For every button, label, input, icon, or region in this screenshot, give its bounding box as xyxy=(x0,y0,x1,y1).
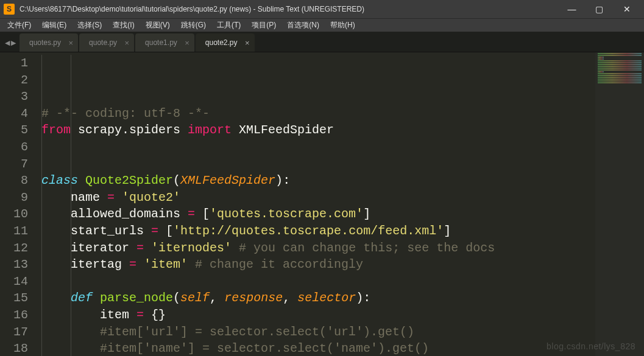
minimap-line xyxy=(598,73,642,74)
window-title: C:\Users\86177\Desktop\demo\tutorial\tut… xyxy=(19,5,364,13)
minimap-line xyxy=(598,77,642,78)
menu-file[interactable]: 文件(F) xyxy=(2,19,36,32)
menu-bar: 文件(F) 编辑(E) 选择(S) 查找(I) 视图(V) 跳转(G) 工具(T… xyxy=(0,18,644,32)
code-text: ( xyxy=(173,291,180,305)
app-icon: S xyxy=(4,4,15,15)
line-number: 17 xyxy=(0,324,28,341)
menu-find[interactable]: 查找(I) xyxy=(108,19,139,32)
code-text: XMLFeedSpider xyxy=(180,173,275,187)
code-text: 'iternodes' xyxy=(151,241,232,255)
menu-select[interactable]: 选择(S) xyxy=(73,19,107,32)
tab-close-icon[interactable]: × xyxy=(245,38,250,47)
minimap-line xyxy=(598,53,642,54)
code-text: parse_node xyxy=(100,291,173,305)
tab-quotes-py[interactable]: quotes.py × xyxy=(19,33,78,52)
code-text xyxy=(115,190,122,204)
tab-nav: ◀ ▶ xyxy=(2,37,19,52)
line-number: 18 xyxy=(0,340,28,356)
code-text: scrapy.spiders xyxy=(71,123,188,137)
code-text: # change it accordingly xyxy=(188,257,363,271)
code-text: 'http://quotes.toscrape.com/feed.xml' xyxy=(173,224,444,238)
line-number: 1 xyxy=(0,55,28,72)
minimap-line xyxy=(598,57,604,58)
menu-tools[interactable]: 工具(T) xyxy=(212,19,246,32)
menu-view[interactable]: 视图(V) xyxy=(141,19,175,32)
minimap-line xyxy=(598,82,642,83)
code-text: #item['url'] = selector.select('url').ge… xyxy=(100,325,414,339)
minimap[interactable] xyxy=(595,52,644,356)
tab-label: quotes.py xyxy=(29,38,61,47)
line-number: 2 xyxy=(0,72,28,89)
code-text: = xyxy=(151,224,158,238)
code-text: from xyxy=(41,123,71,137)
menu-goto[interactable]: 跳转(G) xyxy=(176,19,211,32)
code-text: ] xyxy=(363,207,370,221)
code-text: self xyxy=(180,291,210,305)
code-text xyxy=(136,257,144,271)
minimap-line xyxy=(598,79,642,80)
line-number: 8 xyxy=(0,172,28,189)
tab-close-icon[interactable]: × xyxy=(68,38,73,47)
code-text: itertag xyxy=(71,257,129,271)
tab-quote-py[interactable]: quote.py × xyxy=(79,33,134,52)
tab-close-icon[interactable]: × xyxy=(125,38,130,47)
menu-help[interactable]: 帮助(H) xyxy=(325,19,360,32)
code-text: #item['name'] = selector.select('name').… xyxy=(100,341,429,355)
code-text: , xyxy=(210,291,224,305)
tab-close-icon[interactable]: × xyxy=(185,38,189,47)
watermark: blog.csdn.net/lys_828 xyxy=(547,341,635,351)
line-number: 6 xyxy=(0,139,28,156)
code-text: response xyxy=(224,291,283,305)
minimap-line xyxy=(598,60,642,61)
minimap-line xyxy=(598,80,642,82)
line-number: 12 xyxy=(0,240,28,257)
code-text: : xyxy=(283,173,290,187)
line-number: 15 xyxy=(0,290,28,307)
tab-nav-right-icon[interactable]: ▶ xyxy=(11,39,16,47)
close-button[interactable]: ✕ xyxy=(613,0,640,18)
code-text xyxy=(41,190,71,204)
code-text: XMLFeedSpider xyxy=(232,123,334,137)
code-text: name xyxy=(71,190,107,204)
maximize-button[interactable]: ▢ xyxy=(586,0,613,18)
code-text: item xyxy=(100,308,136,322)
code-text: = xyxy=(188,207,195,221)
menu-prefs[interactable]: 首选项(N) xyxy=(282,19,324,32)
code-text xyxy=(144,241,151,255)
code-text xyxy=(41,257,71,271)
minimap-line xyxy=(598,75,642,76)
code-text: import xyxy=(188,123,232,137)
tab-bar: ◀ ▶ quotes.py × quote.py × quote1.py × q… xyxy=(0,32,644,52)
code-text: = xyxy=(136,308,144,322)
code-area[interactable]: # -*- coding: utf-8 -*-from scrapy.spide… xyxy=(37,52,595,356)
tab-quote2-py[interactable]: quote2.py × xyxy=(196,33,255,52)
code-text: 'item' xyxy=(144,257,188,271)
tab-quote1-py[interactable]: quote1.py × xyxy=(135,33,194,52)
code-text: 'quote2' xyxy=(122,190,180,204)
code-text xyxy=(41,224,71,238)
minimap-line xyxy=(598,64,642,65)
code-text xyxy=(41,207,71,221)
code-text: ) xyxy=(356,291,363,305)
minimap-line xyxy=(598,71,604,72)
code-text: = xyxy=(136,241,144,255)
menu-project[interactable]: 项目(P) xyxy=(247,19,281,32)
code-text: Quote2Spider xyxy=(85,173,173,187)
code-text: ] xyxy=(444,224,451,238)
line-number: 16 xyxy=(0,307,28,324)
line-number: 13 xyxy=(0,256,28,273)
code-text: start_urls xyxy=(71,224,151,238)
minimap-line xyxy=(598,55,642,56)
code-text: , xyxy=(283,291,297,305)
line-number: 7 xyxy=(0,156,28,173)
menu-edit[interactable]: 编辑(E) xyxy=(37,19,71,32)
code-text: [ xyxy=(158,224,173,238)
code-text: ) xyxy=(275,173,283,187)
code-text xyxy=(41,241,71,255)
line-number: 5 xyxy=(0,122,28,139)
tab-nav-left-icon[interactable]: ◀ xyxy=(5,39,10,47)
title-left: S C:\Users\86177\Desktop\demo\tutorial\t… xyxy=(4,4,364,15)
minimize-button[interactable]: — xyxy=(558,0,586,18)
line-number: 11 xyxy=(0,223,28,240)
minimap-line xyxy=(598,68,642,69)
